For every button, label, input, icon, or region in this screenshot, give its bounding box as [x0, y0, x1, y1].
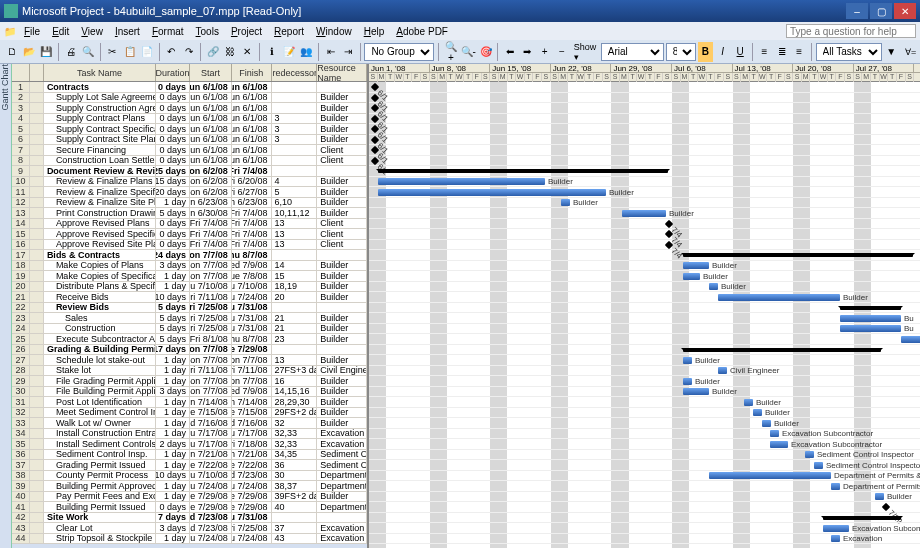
gantt-row[interactable]: Builder	[369, 397, 920, 408]
gantt-bar[interactable]: Builder	[683, 357, 692, 364]
table-row[interactable]: 5Supply Contract Specifications0 daysSun…	[12, 124, 367, 135]
gantt-bar[interactable]: Bu	[840, 315, 901, 322]
gantt-bar[interactable]: Builder	[622, 210, 666, 217]
gantt-row[interactable]: Builder	[369, 282, 920, 293]
table-row[interactable]: 2Supply Lot Sale Agreement0 daysSun 6/1/…	[12, 93, 367, 104]
gantt-row[interactable]: 6/1	[369, 135, 920, 146]
gantt-row[interactable]: Builder	[369, 208, 920, 219]
table-row[interactable]: 31Post Lot Identification1 dayMon 7/14/0…	[12, 397, 367, 408]
col-header-dur[interactable]: Duration	[156, 64, 190, 81]
gantt-bar[interactable]: 6/1	[371, 156, 379, 164]
gantt-bar[interactable]: Sediment Control Inspector	[814, 462, 823, 469]
table-row[interactable]: 19Make Copies of Specifications1 dayMon …	[12, 271, 367, 282]
table-row[interactable]: 38County Permit Process10 daysThu 7/10/0…	[12, 471, 367, 482]
gantt-row[interactable]: 6/1	[369, 124, 920, 135]
table-row[interactable]: 39Building Permit Approved1 dayThu 7/24/…	[12, 481, 367, 492]
gantt-bar[interactable]: Builder	[683, 273, 700, 280]
gantt-bar[interactable]: Builder	[561, 199, 570, 206]
table-row[interactable]: 28Stake lot1 dayFri 7/11/08Fri 7/11/0827…	[12, 366, 367, 377]
gantt-row[interactable]	[369, 334, 920, 345]
outdent-task-icon[interactable]: ⬅	[502, 42, 517, 62]
zoom-in-icon[interactable]: 🔍+	[443, 42, 458, 62]
view-bar[interactable]: Gantt Chart	[0, 64, 12, 548]
menu-format[interactable]: Format	[146, 24, 190, 39]
gantt-row[interactable]: Builder	[369, 271, 920, 282]
gantt-bar[interactable]: Builder	[875, 493, 884, 500]
gantt-bar[interactable]: 6/1	[371, 83, 379, 91]
table-row[interactable]: 29File Grading Permit Application1 dayMo…	[12, 376, 367, 387]
table-row[interactable]: 32Meet Sediment Control Inspector1 dayTu…	[12, 408, 367, 419]
table-row[interactable]: 35Install Sediment Controls2 daysThu 7/1…	[12, 439, 367, 450]
gantt-row[interactable]: 7/4	[369, 219, 920, 230]
cut-icon[interactable]: ✂	[104, 42, 119, 62]
italic-icon[interactable]: I	[715, 42, 730, 62]
notes-icon[interactable]: 📝	[281, 42, 296, 62]
table-row[interactable]: 43Clear Lot3 daysWed 7/23/08Fri 7/25/083…	[12, 523, 367, 534]
gantt-row[interactable]: Builder	[369, 261, 920, 272]
table-row[interactable]: 3Supply Construction Agreement0 daysSun …	[12, 103, 367, 114]
gantt-row[interactable]: 7/29	[369, 502, 920, 513]
gantt-bar[interactable]: 7/4	[665, 219, 673, 227]
link-icon[interactable]: 🔗	[205, 42, 220, 62]
table-row[interactable]: 13Print Construction Drawings5 daysMon 6…	[12, 208, 367, 219]
gantt-bar[interactable]: Department of Permits &	[709, 472, 831, 479]
help-search[interactable]	[786, 24, 916, 38]
gantt-bar[interactable]: Sediment Control Inspector	[805, 451, 814, 458]
table-row[interactable]: 42Site Work7 daysWed 7/23/08Thu 7/31/08	[12, 513, 367, 524]
help-input[interactable]	[786, 24, 916, 38]
gantt-bar[interactable]: Excavation	[831, 535, 840, 542]
gantt-bar[interactable]: Builder	[378, 189, 606, 196]
table-row[interactable]: 33Walk Lot w/ Owner1 dayWed 7/16/08Wed 7…	[12, 418, 367, 429]
gantt-bar[interactable]: 6/1	[371, 104, 379, 112]
table-row[interactable]: 7Secure Financing0 daysSun 6/1/08Sun 6/1…	[12, 145, 367, 156]
gantt-bar[interactable]: Builder	[683, 262, 709, 269]
save-icon[interactable]: 💾	[39, 42, 54, 62]
gantt-bar[interactable]: Builder	[718, 294, 840, 301]
maximize-button[interactable]: ▢	[870, 3, 892, 19]
gantt-row[interactable]: Civil Engineer	[369, 366, 920, 377]
align-center-icon[interactable]: ≣	[774, 42, 789, 62]
col-header-start[interactable]: Start	[190, 64, 232, 81]
gantt-bar[interactable]: Bu	[840, 325, 901, 332]
gantt-bar[interactable]: Civil Engineer	[718, 367, 727, 374]
gantt-row[interactable]: Department of Permits	[369, 481, 920, 492]
table-row[interactable]: 4Supply Contract Plans0 daysSun 6/1/08Su…	[12, 114, 367, 125]
filter-select[interactable]: All Tasks	[816, 43, 882, 61]
menu-insert[interactable]: Insert	[109, 24, 146, 39]
table-row[interactable]: 20Distribute Plans & Specifications1 day…	[12, 282, 367, 293]
col-header-ind[interactable]	[30, 64, 44, 81]
gantt-bar[interactable]: 6/1	[371, 146, 379, 154]
gantt-bar[interactable]: 6/1	[371, 114, 379, 122]
font-select[interactable]: Arial	[601, 43, 664, 61]
table-row[interactable]: 36Sediment Control Insp.1 dayMon 7/21/08…	[12, 450, 367, 461]
gantt-row[interactable]: Excavation	[369, 534, 920, 545]
gantt-bar[interactable]: Builder	[378, 178, 545, 185]
table-row[interactable]: 21Receive Bids10 daysFri 7/11/08Thu 7/24…	[12, 292, 367, 303]
autofilter-icon[interactable]: ▼	[884, 42, 899, 62]
col-header-task[interactable]: Task Name	[44, 64, 156, 81]
gantt-row[interactable]: 6/1	[369, 93, 920, 104]
bold-icon[interactable]: B	[698, 42, 713, 62]
col-header-res[interactable]: Resource Name	[317, 64, 367, 81]
split-icon[interactable]: ✕	[240, 42, 255, 62]
gantt-row[interactable]: 6/1	[369, 145, 920, 156]
gantt-row[interactable]	[369, 250, 920, 261]
table-row[interactable]: 30File Building Permit Application3 days…	[12, 387, 367, 398]
gantt-row[interactable]: Builder	[369, 187, 920, 198]
table-row[interactable]: 16Approve Revised Site Plan0 daysFri 7/4…	[12, 240, 367, 251]
gantt-bar[interactable]: Department of Permits	[831, 483, 840, 490]
gantt-bar[interactable]: 6/1	[371, 125, 379, 133]
table-row[interactable]: 8Construction Loan Settlement0 daysSun 6…	[12, 156, 367, 167]
gantt-bar[interactable]	[683, 348, 881, 352]
table-row[interactable]: 22Review Bids5 daysFri 7/25/08Thu 7/31/0…	[12, 303, 367, 314]
table-row[interactable]: 6Supply Contract Site Plan0 daysSun 6/1/…	[12, 135, 367, 146]
gantt-row[interactable]: Excavation Subcontractor	[369, 439, 920, 450]
filter-label[interactable]: ∀=	[905, 47, 916, 57]
col-header-finish[interactable]: Finish	[232, 64, 272, 81]
gantt-bar[interactable]: Builder	[709, 283, 718, 290]
gantt-row[interactable]: Builder	[369, 376, 920, 387]
table-row[interactable]: 23Sales5 daysFri 7/25/08Thu 7/31/0821Bui…	[12, 313, 367, 324]
gantt-row[interactable]: Builder	[369, 198, 920, 209]
gantt-row[interactable]	[369, 513, 920, 524]
gantt-row[interactable]: Department of Permits &	[369, 471, 920, 482]
